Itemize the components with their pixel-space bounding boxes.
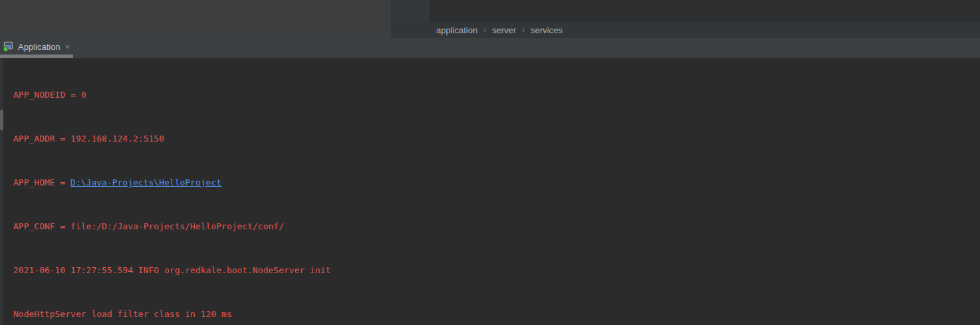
breadcrumb-item-server[interactable]: server	[492, 25, 516, 35]
scrollbar-track[interactable]	[0, 58, 3, 325]
log-line: NodeHttpServer load filter class in 120 …	[13, 307, 980, 322]
ide-window: application › server › services Applicat…	[0, 0, 980, 325]
editor-area: application › server › services	[0, 0, 980, 38]
file-path-link[interactable]: D:\Java-Projects\HelloProject	[70, 177, 221, 187]
log-line: APP_NODEID = 0	[13, 88, 980, 102]
log-text: APP_HOME =	[13, 177, 70, 187]
chevron-right-icon: ›	[522, 25, 525, 35]
editor-pane-right: application › server › services	[391, 0, 980, 38]
breadcrumb-item-services[interactable]: services	[531, 25, 562, 35]
log-line: APP_ADDR = 192.168.124.2:5150	[13, 132, 980, 146]
close-icon[interactable]: ×	[65, 42, 70, 52]
scrollbar-thumb[interactable]	[0, 110, 3, 130]
active-tab-indicator	[0, 54, 73, 58]
run-console-icon	[3, 41, 15, 52]
console-tab-bar: Application ×	[0, 38, 980, 58]
editor-gutter	[391, 0, 431, 22]
breadcrumb: application › server › services	[391, 22, 980, 38]
editor-pane-left	[0, 0, 391, 38]
editor-pane-right-top	[391, 0, 980, 22]
tab-label: Application	[18, 42, 61, 52]
chevron-right-icon: ›	[483, 25, 486, 35]
console-output: APP_NODEID = 0 APP_ADDR = 192.168.124.2:…	[0, 58, 980, 325]
log-line: APP_HOME = D:\Java-Projects\HelloProject	[13, 175, 980, 190]
log-lines: APP_NODEID = 0 APP_ADDR = 192.168.124.2:…	[13, 58, 980, 325]
tab-application[interactable]: Application ×	[0, 39, 74, 54]
log-line: APP_CONF = file:/D:/Java-Projects/HelloP…	[13, 219, 980, 234]
breadcrumb-item-application[interactable]: application	[436, 25, 477, 35]
log-line: 2021-06-10 17:27:55.594 INFO org.redkale…	[13, 263, 980, 278]
